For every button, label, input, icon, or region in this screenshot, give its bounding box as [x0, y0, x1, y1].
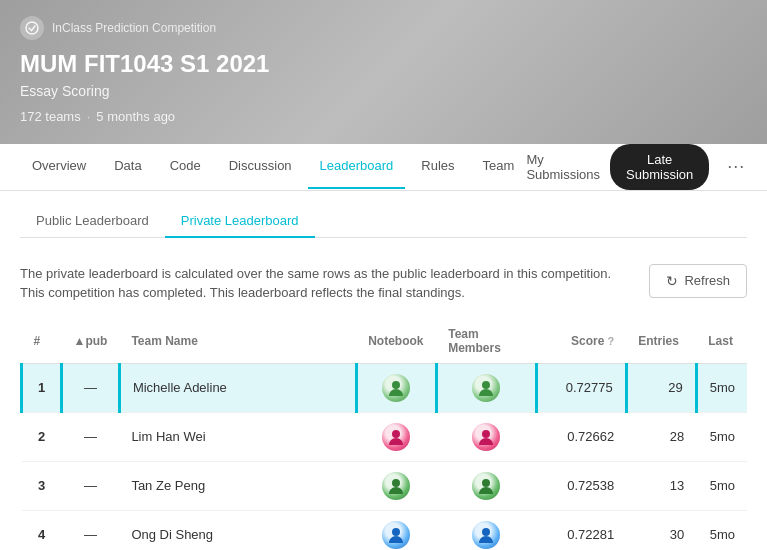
table-row: 3 — Tan Ze Peng 0.72538 13 5mo — [22, 461, 748, 510]
nav-team[interactable]: Team — [471, 144, 527, 189]
last-cell: 5mo — [696, 412, 747, 461]
team-name-cell: Lim Han Wei — [119, 412, 356, 461]
delta-icon: ▲ — [74, 334, 86, 348]
notebook-cell — [356, 412, 436, 461]
delta-value: — — [84, 380, 97, 395]
svg-point-6 — [482, 479, 490, 487]
members-cell — [436, 363, 536, 412]
col-entries: Entries — [626, 319, 696, 364]
last-cell: 5mo — [696, 510, 747, 550]
more-options-button[interactable]: ··· — [719, 152, 753, 181]
member-avatar — [472, 423, 500, 451]
rank-cell: 3 — [22, 461, 62, 510]
score-cell: 0.72662 — [536, 412, 626, 461]
delta-cell: — — [62, 412, 120, 461]
notebook-avatar — [382, 423, 410, 451]
delta-value: — — [84, 478, 97, 493]
nav-discussion[interactable]: Discussion — [217, 144, 304, 189]
entries-cell: 29 — [626, 363, 696, 412]
notebook-avatar — [382, 521, 410, 549]
members-cell — [436, 412, 536, 461]
members-cell — [436, 510, 536, 550]
team-name-cell: Michelle Adeline — [119, 363, 356, 412]
col-team-name: Team Name — [119, 319, 356, 364]
member-avatar — [472, 472, 500, 500]
last-cell: 5mo — [696, 461, 747, 510]
notebook-avatar — [382, 374, 410, 402]
info-text: The private leaderboard is calculated ov… — [20, 264, 611, 303]
info-line-2: This competition has completed. This lea… — [20, 283, 611, 303]
competition-meta: 172 teams · 5 months ago — [20, 109, 747, 124]
entries-cell: 28 — [626, 412, 696, 461]
page-header: InClass Prediction Competition MUM FIT10… — [0, 0, 767, 144]
col-team-members: Team Members — [436, 319, 536, 364]
main-content: Public Leaderboard Private Leaderboard T… — [0, 191, 767, 550]
members-cell — [436, 461, 536, 510]
table-row: 1 — Michelle Adeline 0.72775 29 5mo — [22, 363, 748, 412]
delta-value: — — [84, 527, 97, 542]
my-submissions-link[interactable]: My Submissions — [526, 152, 600, 182]
team-name-cell: Ong Di Sheng — [119, 510, 356, 550]
member-avatar — [472, 521, 500, 549]
last-cell: 5mo — [696, 363, 747, 412]
refresh-button[interactable]: ↻ Refresh — [649, 264, 747, 298]
svg-point-7 — [392, 528, 400, 536]
info-banner: The private leaderboard is calculated ov… — [20, 254, 747, 319]
tab-public-leaderboard[interactable]: Public Leaderboard — [20, 205, 165, 238]
score-cell: 0.72538 — [536, 461, 626, 510]
notebook-cell — [356, 510, 436, 550]
competition-subtitle: Essay Scoring — [20, 83, 747, 99]
svg-point-1 — [392, 381, 400, 389]
entries-cell: 13 — [626, 461, 696, 510]
nav-overview[interactable]: Overview — [20, 144, 98, 189]
table-header-row: # ▲pub Team Name Notebook Team Members S… — [22, 319, 748, 364]
teams-count: 172 teams — [20, 109, 81, 124]
refresh-icon: ↻ — [666, 273, 678, 289]
col-rank: # — [22, 319, 62, 364]
svg-point-8 — [482, 528, 490, 536]
notebook-cell — [356, 461, 436, 510]
svg-point-3 — [392, 430, 400, 438]
brand-logo — [20, 16, 44, 40]
member-avatar — [472, 374, 500, 402]
nav-rules[interactable]: Rules — [409, 144, 466, 189]
brand-text: InClass Prediction Competition — [52, 21, 216, 35]
delta-value: — — [84, 429, 97, 444]
svg-point-0 — [26, 22, 38, 34]
notebook-cell — [356, 363, 436, 412]
nav-data[interactable]: Data — [102, 144, 153, 189]
nav-leaderboard[interactable]: Leaderboard — [308, 144, 406, 189]
delta-cell: — — [62, 461, 120, 510]
score-cell: 0.72281 — [536, 510, 626, 550]
time-ago: 5 months ago — [96, 109, 175, 124]
svg-point-2 — [482, 381, 490, 389]
refresh-label: Refresh — [684, 273, 730, 288]
table-row: 4 — Ong Di Sheng 0.72281 30 5mo — [22, 510, 748, 550]
team-name-cell: Tan Ze Peng — [119, 461, 356, 510]
brand-row: InClass Prediction Competition — [20, 16, 747, 40]
score-cell: 0.72775 — [536, 363, 626, 412]
delta-cell: — — [62, 510, 120, 550]
rank-cell: 4 — [22, 510, 62, 550]
tab-private-leaderboard[interactable]: Private Leaderboard — [165, 205, 315, 238]
rank-cell: 1 — [22, 363, 62, 412]
nav-links: Overview Data Code Discussion Leaderboar… — [20, 144, 526, 189]
col-delta: ▲pub — [62, 319, 120, 364]
competition-title: MUM FIT1043 S1 2021 — [20, 50, 747, 79]
nav-actions: My Submissions Late Submission ··· — [526, 144, 753, 190]
table-row: 2 — Lim Han Wei 0.72662 28 5mo — [22, 412, 748, 461]
delta-cell: — — [62, 363, 120, 412]
leaderboard-tabs: Public Leaderboard Private Leaderboard — [20, 191, 747, 238]
entries-cell: 30 — [626, 510, 696, 550]
col-last: Last — [696, 319, 747, 364]
main-nav: Overview Data Code Discussion Leaderboar… — [0, 144, 767, 191]
rank-cell: 2 — [22, 412, 62, 461]
svg-point-5 — [392, 479, 400, 487]
meta-separator: · — [87, 109, 91, 124]
info-line-1: The private leaderboard is calculated ov… — [20, 264, 611, 284]
late-submission-button[interactable]: Late Submission — [610, 144, 709, 190]
svg-point-4 — [482, 430, 490, 438]
col-notebook: Notebook — [356, 319, 436, 364]
col-score: Score ? — [536, 319, 626, 364]
nav-code[interactable]: Code — [158, 144, 213, 189]
